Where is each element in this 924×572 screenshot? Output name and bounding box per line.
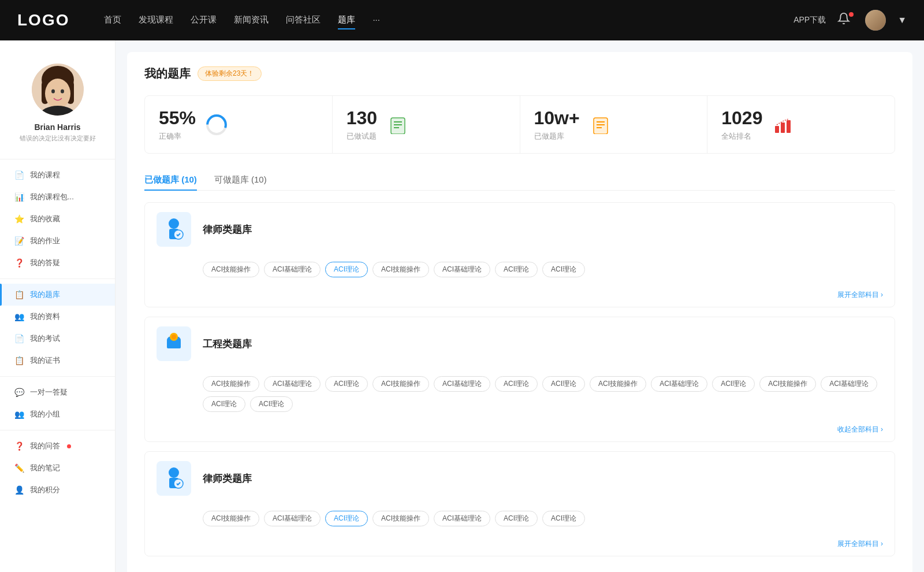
menu-icon-3: 📝: [14, 236, 24, 246]
app-download-button[interactable]: APP下载: [793, 15, 826, 25]
banks-icon: [589, 113, 612, 136]
navbar-item-···[interactable]: ···: [372, 12, 380, 29]
svg-rect-15: [594, 118, 608, 134]
qbank-tag-1-9[interactable]: ACI理论: [712, 376, 755, 392]
sidebar-item-3[interactable]: 📝 我的作业: [0, 230, 115, 252]
qbank-tag-0-3[interactable]: ACI技能操作: [372, 262, 429, 277]
sidebar-divider-4: [0, 278, 115, 279]
notification-bell-icon[interactable]: [837, 12, 854, 28]
svg-point-5: [51, 90, 55, 94]
sidebar-motto: 错误的决定比没有决定要好: [20, 134, 96, 143]
qbank-tag-1-7[interactable]: ACI技能操作: [590, 376, 646, 392]
sidebar-item-2[interactable]: ⭐ 我的收藏: [0, 208, 115, 230]
qbank-tag-1-8[interactable]: ACI基础理论: [651, 376, 707, 392]
sidebar-item-10[interactable]: 👥 我的小组: [0, 403, 115, 425]
qbank-section-2: 律师类题库 ACI技能操作ACI基础理论ACI理论ACI技能操作ACI基础理论A…: [144, 451, 895, 556]
stat-done-banks-value: 10w+: [534, 107, 580, 129]
qbank-tag-1-2[interactable]: ACI理论: [325, 376, 368, 392]
sidebar-item-8[interactable]: 📋 我的证书: [0, 350, 115, 372]
stat-ranking-value: 1029: [721, 107, 762, 129]
qbank-tag-2-3[interactable]: ACI技能操作: [372, 511, 429, 526]
sidebar-item-4[interactable]: ❓ 我的答疑: [0, 252, 115, 274]
navbar-item-发现课程[interactable]: 发现课程: [139, 12, 173, 29]
menu-icon-10: 👥: [14, 409, 24, 419]
sidebar-item-label-6: 我的资料: [30, 311, 60, 322]
menu-icon-11: ❓: [14, 441, 24, 451]
navbar-item-新闻资讯[interactable]: 新闻资讯: [234, 12, 269, 29]
menu-icon-6: 👥: [14, 311, 24, 322]
navbar-item-公开课[interactable]: 公开课: [191, 12, 217, 29]
qbank-tag-2-5[interactable]: ACI理论: [495, 511, 538, 526]
qbank-tag-1-11[interactable]: ACI基础理论: [821, 376, 877, 392]
main-layout: Brian Harris 错误的决定比没有决定要好 📄 我的课程 📊 我的课程包…: [0, 40, 924, 572]
page-title-row: 我的题库 体验剩余23天！: [144, 66, 895, 81]
avatar-illustration: [32, 64, 84, 116]
sidebar-item-label-2: 我的收藏: [30, 214, 60, 224]
navbar-item-问答社区[interactable]: 问答社区: [286, 12, 321, 29]
svg-point-23: [169, 218, 179, 229]
svg-rect-20: [775, 126, 779, 133]
qbank-tag-1-0[interactable]: ACI技能操作: [203, 376, 259, 392]
sidebar-item-13[interactable]: 👤 我的积分: [0, 479, 115, 501]
tab-0[interactable]: 已做题库 (10): [144, 170, 197, 190]
sidebar-item-0[interactable]: 📄 我的课程: [0, 164, 115, 186]
avatar-image: [865, 10, 886, 31]
qbank-tag-0-5[interactable]: ACI理论: [495, 262, 538, 277]
navbar-logo: LOGO: [17, 11, 69, 29]
avatar[interactable]: [865, 10, 886, 31]
page-title: 我的题库: [144, 66, 191, 81]
sidebar-item-label-7: 我的考试: [30, 333, 60, 344]
menu-icon-9: 💬: [14, 387, 24, 398]
qbank-tag-0-6[interactable]: ACI理论: [542, 262, 585, 277]
qbank-footer-0[interactable]: 展开全部科目 ›: [145, 287, 895, 307]
sidebar-item-9[interactable]: 💬 一对一答疑: [0, 381, 115, 403]
sidebar-item-1[interactable]: 📊 我的课程包...: [0, 186, 115, 208]
navbar: LOGO 首页发现课程公开课新闻资讯问答社区题库··· APP下载 ▼: [0, 0, 924, 40]
svg-rect-27: [167, 340, 181, 348]
navbar-dropdown-icon[interactable]: ▼: [897, 15, 907, 25]
qbank-tag-2-6[interactable]: ACI理论: [542, 511, 585, 526]
sidebar-item-12[interactable]: ✏️ 我的笔记: [0, 457, 115, 479]
sidebar-item-6[interactable]: 👥 我的资料: [0, 306, 115, 328]
qbank-tag-2-2[interactable]: ACI理论: [325, 511, 368, 526]
sidebar-username: Brian Harris: [34, 122, 80, 132]
qbank-tag-1-4[interactable]: ACI基础理论: [434, 376, 490, 392]
sidebar-item-5[interactable]: 📋 我的题库: [0, 284, 115, 306]
svg-point-4: [45, 79, 70, 109]
accuracy-chart-icon: [205, 113, 228, 136]
qbank-tag-1-12[interactable]: ACI理论: [203, 396, 245, 412]
tab-1[interactable]: 可做题库 (10): [214, 170, 267, 190]
sidebar-item-7[interactable]: 📄 我的考试: [0, 328, 115, 350]
qbank-tag-2-0[interactable]: ACI技能操作: [203, 511, 259, 526]
qbank-title-2: 律师类题库: [203, 472, 252, 485]
qbank-tag-1-1[interactable]: ACI基础理论: [264, 376, 321, 392]
qbank-footer-2[interactable]: 展开全部科目 ›: [145, 536, 895, 556]
stat-done-banks-label: 已做题库: [534, 131, 580, 142]
qbank-tag-1-10[interactable]: ACI技能操作: [759, 376, 816, 392]
qbank-tag-1-5[interactable]: ACI理论: [495, 376, 538, 392]
svg-rect-21: [781, 122, 785, 133]
qbank-icon-1: [157, 326, 191, 361]
qbank-tag-0-4[interactable]: ACI基础理论: [434, 262, 490, 277]
sidebar-item-label-3: 我的作业: [30, 236, 60, 246]
stat-ranking-label: 全站排名: [721, 131, 762, 142]
qbank-footer-1[interactable]: 收起全部科目 ›: [145, 421, 895, 441]
sidebar-item-label-11: 我的问答: [30, 441, 60, 451]
qbank-tag-0-2[interactable]: ACI理论: [325, 262, 368, 277]
tabs-row: 已做题库 (10)可做题库 (10): [144, 170, 895, 191]
qbank-tag-2-1[interactable]: ACI基础理论: [264, 511, 321, 526]
menu-icon-8: 📋: [14, 355, 24, 366]
qbank-tag-1-6[interactable]: ACI理论: [542, 376, 585, 392]
qbank-tag-2-4[interactable]: ACI基础理论: [434, 511, 490, 526]
content-card: 我的题库 体验剩余23天！ 55% 正确率: [127, 52, 912, 572]
svg-point-30: [172, 335, 176, 339]
navbar-nav: 首页发现课程公开课新闻资讯问答社区题库···: [104, 12, 793, 29]
sidebar-item-11[interactable]: ❓ 我的问答: [0, 435, 115, 457]
qbank-tag-1-13[interactable]: ACI理论: [250, 396, 293, 412]
navbar-item-首页[interactable]: 首页: [104, 12, 121, 29]
sidebar-divider: [0, 159, 115, 159]
qbank-tag-0-1[interactable]: ACI基础理论: [264, 262, 321, 277]
qbank-tag-0-0[interactable]: ACI技能操作: [203, 262, 259, 277]
qbank-tag-1-3[interactable]: ACI技能操作: [372, 376, 429, 392]
navbar-item-题库[interactable]: 题库: [338, 12, 355, 29]
